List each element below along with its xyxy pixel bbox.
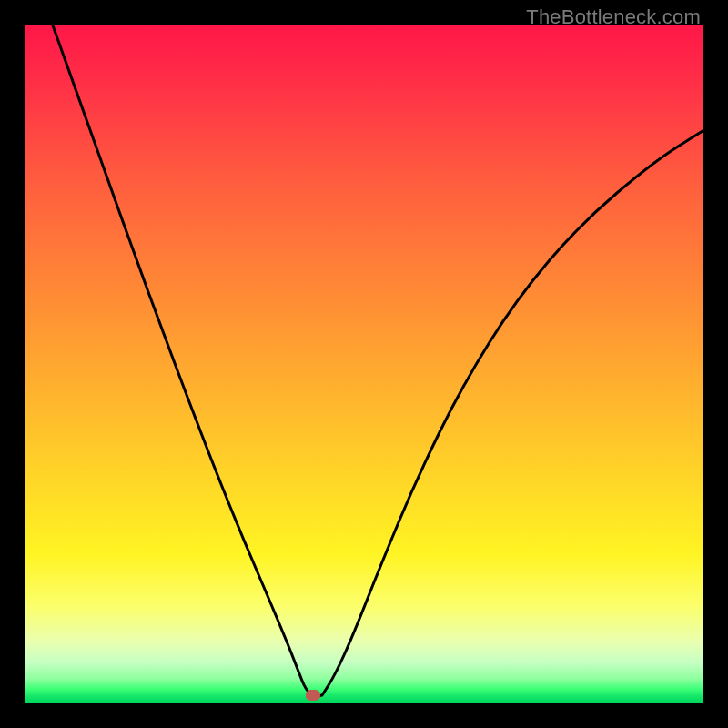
bottleneck-curve	[25, 25, 703, 703]
plot-area	[25, 25, 703, 703]
minimum-marker	[306, 690, 320, 701]
chart-frame: TheBottleneck.com	[0, 0, 728, 728]
